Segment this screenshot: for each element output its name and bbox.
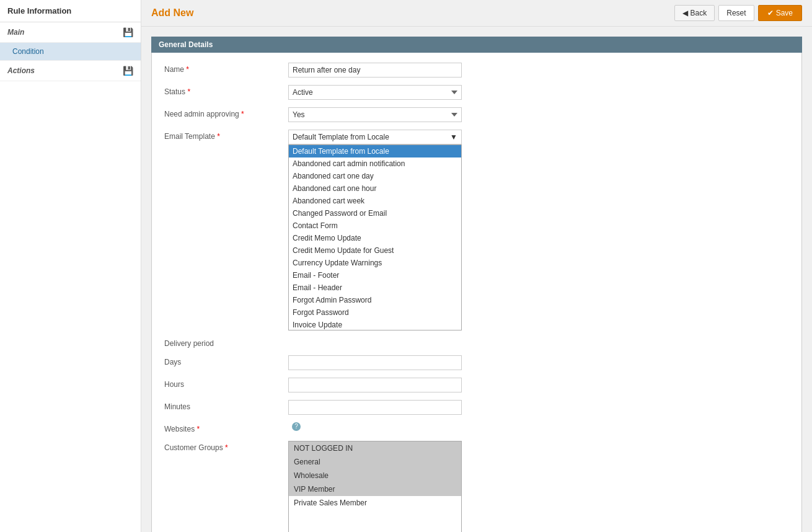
reset-button[interactable]: Reset — [718, 5, 754, 21]
form-container: General Details Name * Status — [141, 27, 812, 532]
label-days: Days — [164, 355, 288, 366]
hours-input[interactable] — [288, 378, 462, 392]
form-row-hours: Hours — [164, 378, 789, 392]
label-delivery-period: Delivery period — [164, 337, 288, 348]
chevron-down-icon: ▼ — [450, 133, 457, 141]
field-customer-groups: NOT LOGGED IN General Wholesale VIP Memb… — [288, 441, 462, 532]
save-label: Save — [776, 9, 793, 17]
name-input[interactable] — [288, 63, 462, 78]
email-template-dropdown-trigger[interactable]: Default Template from Locale ▼ — [288, 130, 462, 144]
sidebar-section-actions[interactable]: Actions 💾 — [0, 61, 141, 81]
customer-group-general[interactable]: General — [289, 455, 461, 469]
dropdown-item-1[interactable]: Abandoned cart admin notification — [289, 157, 461, 170]
customer-group-wholesale[interactable]: Wholesale — [289, 469, 461, 482]
back-button[interactable]: ◀ Back — [674, 5, 715, 21]
sidebar-title: Rule Information — [0, 0, 141, 22]
customer-groups-multiselect[interactable]: NOT LOGGED IN General Wholesale VIP Memb… — [288, 441, 462, 532]
field-email-template: Default Template from Locale ▼ Default T… — [288, 130, 789, 144]
top-buttons: ◀ Back Reset ✔ Save — [674, 5, 802, 21]
dropdown-item-2[interactable]: Abandoned cart one day — [289, 170, 461, 182]
form-row-customer-groups: Customer Groups * NOT LOGGED IN General … — [164, 441, 789, 532]
email-template-selected-value: Default Template from Locale — [293, 133, 389, 141]
sidebar-section-main-label: Main — [7, 28, 24, 37]
label-hours: Hours — [164, 378, 288, 389]
admin-approving-select[interactable]: Yes No — [288, 107, 462, 122]
label-status: Status * — [164, 85, 288, 96]
main-content: Add New ◀ Back Reset ✔ Save General Deta… — [141, 0, 812, 532]
form-row-status: Status * Active Inactive — [164, 85, 789, 100]
dropdown-item-9[interactable]: Currency Update Warnings — [289, 257, 461, 269]
field-hours — [288, 378, 789, 392]
section-header: General Details — [151, 37, 802, 53]
reset-label: Reset — [726, 9, 746, 17]
form-body: Name * Status * Active — [151, 53, 802, 532]
dropdown-item-13[interactable]: Forgot Password — [289, 306, 461, 319]
label-minutes: Minutes — [164, 400, 288, 411]
page-title: Add New — [151, 7, 193, 19]
dropdown-item-0[interactable]: Default Template from Locale — [289, 145, 461, 157]
dropdown-item-7[interactable]: Credit Memo Update — [289, 232, 461, 244]
label-customer-groups: Customer Groups * — [164, 441, 288, 452]
sidebar: Rule Information Main 💾 Condition Action… — [0, 0, 141, 532]
field-name — [288, 63, 789, 78]
label-name: Name * — [164, 63, 288, 74]
dropdown-item-5[interactable]: Changed Password or Email — [289, 207, 461, 219]
sidebar-section-actions-label: Actions — [7, 66, 35, 75]
form-row-delivery-period: Delivery period — [164, 337, 789, 348]
dropdown-item-6[interactable]: Contact Form — [289, 219, 461, 232]
sidebar-item-condition[interactable]: Condition — [0, 43, 141, 61]
dropdown-item-11[interactable]: Email - Header — [289, 282, 461, 294]
dropdown-item-4[interactable]: Abandoned cart week — [289, 195, 461, 207]
dropdown-item-10[interactable]: Email - Footer — [289, 269, 461, 282]
customer-group-not-logged-in[interactable]: NOT LOGGED IN — [289, 441, 461, 455]
customer-group-private-sales[interactable]: Private Sales Member — [289, 496, 461, 510]
form-row-name: Name * — [164, 63, 789, 78]
minutes-input[interactable] — [288, 400, 462, 415]
field-days — [288, 355, 789, 370]
field-websites: ? — [288, 422, 789, 431]
field-status: Active Inactive — [288, 85, 462, 100]
label-admin-approving: Need admin approving * — [164, 107, 288, 118]
field-minutes — [288, 400, 789, 415]
dropdown-item-14[interactable]: Invoice Update — [289, 319, 461, 330]
save-icon-main: 💾 — [123, 27, 133, 37]
websites-help-icon[interactable]: ? — [292, 422, 301, 431]
top-bar: Add New ◀ Back Reset ✔ Save — [141, 0, 812, 27]
save-check-icon: ✔ — [767, 9, 774, 17]
save-button[interactable]: ✔ Save — [758, 5, 802, 21]
status-select[interactable]: Active Inactive — [288, 85, 462, 100]
label-email-template: Email Template * — [164, 130, 288, 141]
days-input[interactable] — [288, 355, 462, 370]
dropdown-item-3[interactable]: Abandoned cart one hour — [289, 182, 461, 195]
label-websites: Websites * — [164, 422, 288, 433]
form-row-email-template: Email Template * Default Template from L… — [164, 130, 789, 144]
sidebar-section-main[interactable]: Main 💾 — [0, 22, 141, 43]
form-row-admin-approving: Need admin approving * Yes No — [164, 107, 789, 122]
customer-group-vip[interactable]: VIP Member — [289, 482, 461, 496]
email-template-dropdown-list[interactable]: Default Template from Locale Abandoned c… — [288, 144, 462, 330]
form-row-websites: Websites * ? — [164, 422, 789, 433]
field-admin-approving: Yes No — [288, 107, 462, 122]
form-row-minutes: Minutes — [164, 400, 789, 415]
form-row-days: Days — [164, 355, 789, 370]
sidebar-item-condition-label: Condition — [12, 47, 44, 56]
save-icon-actions: 💾 — [123, 66, 133, 76]
back-label: Back — [691, 9, 707, 17]
dropdown-item-8[interactable]: Credit Memo Update for Guest — [289, 244, 461, 257]
back-icon: ◀ — [682, 9, 688, 17]
required-name: * — [186, 65, 189, 74]
dropdown-item-12[interactable]: Forgot Admin Password — [289, 294, 461, 306]
